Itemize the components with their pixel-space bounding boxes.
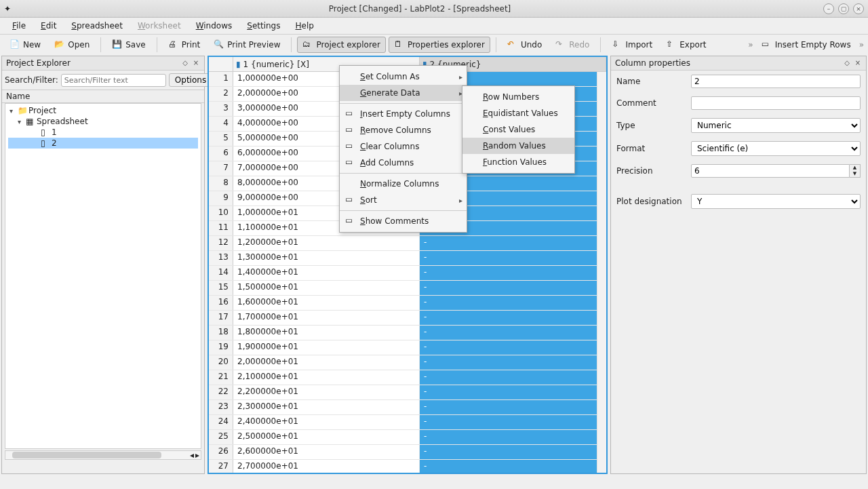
table-row[interactable]: 181,800000e+01- — [209, 326, 606, 340]
panel-close-button[interactable]: × — [854, 59, 862, 67]
table-row[interactable]: 161,600000e+01- — [209, 296, 606, 311]
name-field[interactable] — [691, 75, 861, 88]
open-button[interactable]: 📂Open — [49, 37, 95, 53]
table-row[interactable]: 202,000000e+01- — [209, 355, 606, 370]
column-properties-title: Column properties — [615, 58, 840, 68]
type-label: Type — [616, 121, 687, 130]
table-row[interactable]: 252,500000e+01- — [209, 430, 606, 445]
toolbar-overflow-icon[interactable]: » — [748, 40, 753, 50]
menu-worksheet: Worksheet — [131, 19, 188, 33]
panel-float-button[interactable]: ◇ — [181, 59, 189, 67]
tree-item-2[interactable]: ▯2 — [8, 138, 198, 149]
menu-help[interactable]: Help — [288, 19, 320, 33]
table-row[interactable]: 272,700000e+01- — [209, 460, 606, 473]
menu-file[interactable]: File — [5, 19, 33, 33]
window-title: Project [Changed] - LabPlot2 - [Spreadsh… — [16, 4, 823, 14]
menu-windows[interactable]: Windows — [189, 19, 239, 33]
menu-item-set-column-as[interactable]: Set Column As▸ — [340, 69, 467, 85]
comment-field[interactable] — [691, 96, 861, 110]
menu-edit[interactable]: Edit — [34, 19, 63, 33]
project-tree[interactable]: ▾📁Project▾▦Spreadsheet▯1▯2 — [5, 103, 201, 449]
project-explorer-panel: Project Explorer ◇ × Search/Filter: Opti… — [1, 56, 205, 474]
import-button[interactable]: ⇩Import — [606, 37, 658, 53]
tree-item-1[interactable]: ▯1 — [8, 127, 198, 138]
menu-item-equidistant-values[interactable]: Equidistant Values — [462, 105, 574, 121]
tree-item-spreadsheet[interactable]: ▾▦Spreadsheet — [8, 116, 198, 127]
plot-designation-label: Plot designation — [616, 197, 687, 206]
table-row[interactable]: 121,200000e+01- — [209, 236, 606, 251]
menu-item-row-numbers[interactable]: Row Numbers — [462, 89, 574, 105]
type-select[interactable]: Numeric — [691, 118, 861, 133]
column-properties-panel: Column properties ◇ × Name Comment TypeN… — [610, 56, 867, 474]
table-row[interactable]: 171,700000e+01- — [209, 311, 606, 326]
table-row[interactable]: 191,900000e+01- — [209, 340, 606, 355]
minimize-button[interactable]: – — [823, 3, 834, 14]
toolbar-overflow-icon-2[interactable]: » — [859, 40, 864, 50]
options-button[interactable]: Options — [169, 73, 212, 87]
precision-stepper[interactable]: ▲▼ — [850, 164, 861, 178]
menu-item-add-columns[interactable]: ▭Add Columns — [340, 155, 467, 171]
table-row[interactable]: 222,200000e+01- — [209, 385, 606, 400]
table-row[interactable]: 262,600000e+01- — [209, 445, 606, 460]
explorer-hscroll[interactable]: ◂▸ — [5, 450, 201, 460]
search-input[interactable] — [61, 74, 166, 87]
format-select[interactable]: Scientific (e) — [691, 141, 861, 156]
table-row[interactable]: 131,300000e+01- — [209, 251, 606, 266]
redo-button[interactable]: ↷Redo — [550, 37, 595, 53]
save-button[interactable]: 💾Save — [106, 37, 151, 53]
menu-item-remove-columns[interactable]: ▭Remove Columns — [340, 122, 467, 138]
insert-empty-rows-button[interactable]: ▭Insert Empty Rows — [756, 37, 856, 53]
close-button[interactable]: × — [853, 3, 864, 14]
maximize-button[interactable]: ▢ — [838, 3, 849, 14]
menu-item-function-values[interactable]: Function Values — [462, 154, 574, 170]
menu-item-insert-empty-columns[interactable]: ▭Insert Empty Columns — [340, 106, 467, 122]
menu-item-sort[interactable]: ▭Sort▸ — [340, 192, 467, 208]
menu-item-generate-data[interactable]: Generate Data▸ — [340, 85, 467, 101]
panel-float-button[interactable]: ◇ — [843, 59, 851, 67]
export-button[interactable]: ⇧Export — [660, 37, 711, 53]
plot-designation-select[interactable]: Y — [691, 194, 861, 209]
project-explorer-toggle[interactable]: 🗂Project explorer — [297, 37, 385, 53]
print-button[interactable]: 🖨Print — [163, 37, 206, 53]
precision-label: Precision — [616, 166, 687, 176]
table-row[interactable]: 151,500000e+01- — [209, 281, 606, 296]
table-row[interactable]: 141,400000e+01- — [209, 266, 606, 281]
comment-label: Comment — [616, 98, 687, 108]
menu-item-show-comments[interactable]: ▭Show Comments — [340, 213, 467, 229]
table-row[interactable]: 232,300000e+01- — [209, 400, 606, 415]
format-label: Format — [616, 144, 687, 153]
menu-spreadsheet[interactable]: Spreadsheet — [64, 19, 130, 33]
column-context-menu[interactable]: Set Column As▸Generate Data▸▭Insert Empt… — [339, 65, 467, 233]
table-row[interactable]: 242,400000e+01- — [209, 415, 606, 430]
menubar: FileEditSpreadsheetWorksheetWindowsSetti… — [0, 18, 868, 34]
name-label: Name — [616, 77, 687, 86]
menu-item-clear-columns[interactable]: ▭Clear Columns — [340, 138, 467, 155]
menu-settings[interactable]: Settings — [240, 19, 287, 33]
precision-field[interactable] — [691, 164, 850, 178]
menu-item-const-values[interactable]: Const Values — [462, 121, 574, 138]
toolbar: 📄New 📂Open 💾Save 🖨Print 🔍Print Preview 🗂… — [0, 34, 868, 54]
menu-item-normalize-columns[interactable]: Normalize Columns — [340, 176, 467, 192]
tree-column-header[interactable]: Name — [2, 90, 204, 103]
menu-item-random-values[interactable]: Random Values — [462, 138, 574, 154]
panel-close-button[interactable]: × — [192, 59, 200, 67]
spreadsheet-view[interactable]: ▮1 {numeric} [X] ▮2 {numeric} 11,000000e… — [208, 56, 608, 474]
undo-button[interactable]: ↶Undo — [502, 37, 547, 53]
tree-item-project[interactable]: ▾📁Project — [8, 105, 198, 116]
app-icon: ✦ — [4, 4, 11, 14]
search-label: Search/Filter: — [5, 75, 58, 85]
print-preview-button[interactable]: 🔍Print Preview — [208, 37, 285, 53]
table-row[interactable]: 212,100000e+01- — [209, 370, 606, 385]
vertical-scrollbar[interactable] — [597, 72, 606, 473]
generate-data-submenu[interactable]: Row NumbersEquidistant ValuesConst Value… — [462, 85, 575, 174]
new-button[interactable]: 📄New — [4, 37, 46, 53]
properties-explorer-toggle[interactable]: 🗒Properties explorer — [389, 37, 490, 53]
titlebar: ✦ Project [Changed] - LabPlot2 - [Spread… — [0, 0, 868, 18]
project-explorer-title: Project Explorer — [6, 58, 178, 68]
statusbar — [0, 475, 868, 489]
